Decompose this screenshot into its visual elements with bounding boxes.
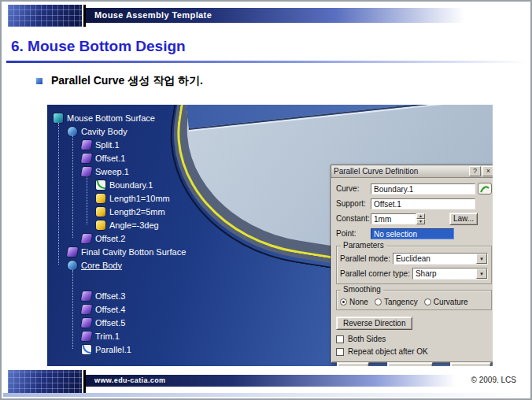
dialog-body: Curve: Boundary.1 Support: Offset.1 Cons… xyxy=(331,178,493,366)
offset-icon xyxy=(81,318,92,328)
both-sides-row[interactable]: Both Sides xyxy=(336,333,492,345)
parameters-group-label: Parameters xyxy=(341,242,386,250)
cancel-button[interactable]: Cancel xyxy=(387,362,433,366)
ok-button[interactable]: OK xyxy=(337,362,369,366)
bottom-edge-ornament xyxy=(3,393,529,397)
tree-item-label: Mouse Bottom Surface xyxy=(67,113,155,123)
smoothing-option-none[interactable]: None xyxy=(340,298,368,306)
point-row: Point: No selection xyxy=(336,227,492,240)
footer-banner: www.edu-catia.com xyxy=(86,375,456,387)
parallel-curve-dialog: Parallel Curve Definition ? × Curve: Bou… xyxy=(331,165,493,363)
tree-item[interactable]: Offset.3 xyxy=(52,289,217,302)
tree-item[interactable]: Boundary.1 xyxy=(52,178,217,191)
tree-item-label: Offset.2 xyxy=(95,234,125,243)
tree-item[interactable]: Sweep.1 xyxy=(52,165,217,178)
tree-item[interactable]: Mouse Bottom Surface xyxy=(52,111,217,124)
both-sides-checkbox[interactable] xyxy=(336,335,344,343)
constant-label: Constant: xyxy=(336,214,371,223)
repeat-row[interactable]: Repeat object after OK xyxy=(336,346,492,357)
curve-field[interactable]: Boundary.1 xyxy=(371,183,475,194)
tree-item[interactable]: Final Cavity Botton Surface xyxy=(52,245,217,258)
tree-item[interactable]: Offset.2 xyxy=(52,231,217,245)
tree-connector xyxy=(72,135,73,238)
smoothing-option-curvature[interactable]: Curvature xyxy=(424,298,468,306)
tree-item[interactable]: Offset.5 xyxy=(52,316,217,329)
tree-item[interactable]: Core Body xyxy=(52,258,217,272)
smoothing-option-tangency[interactable]: Tangency xyxy=(375,298,418,306)
tree-item-label: Final Cavity Botton Surface xyxy=(81,247,186,257)
tree-item-label: Trim.1 xyxy=(95,331,120,341)
length-parameter-icon xyxy=(96,207,105,217)
corner-type-select[interactable]: Sharp ▾ xyxy=(412,268,488,280)
point-field[interactable]: No selection xyxy=(371,228,454,239)
spinner-up-icon[interactable]: ▴ xyxy=(416,213,425,219)
help-button[interactable]: ? xyxy=(469,166,481,176)
tree-item-label: Cavity Body xyxy=(81,127,127,136)
body-icon xyxy=(68,261,77,270)
parallel-mode-value: Euclidean xyxy=(393,254,476,264)
tree-item[interactable]: Length2=5mm xyxy=(52,205,217,218)
bullet-item: Parallel Curve 생성 작업 하기. xyxy=(36,74,203,88)
smoothing-group-label: Smoothing xyxy=(341,286,383,294)
reverse-direction-button[interactable]: Reverse Direction xyxy=(336,317,412,330)
slide: Mouse Assembly Template 6. Mouse Bottom … xyxy=(0,0,532,400)
header-ornament xyxy=(8,5,82,27)
radio-selected-icon xyxy=(340,298,347,306)
radio-icon xyxy=(375,298,382,306)
chevron-down-icon[interactable]: ▾ xyxy=(476,254,487,264)
surface-icon xyxy=(67,247,78,257)
curve-row: Curve: Boundary.1 xyxy=(336,182,492,195)
repeat-checkbox[interactable] xyxy=(336,348,344,356)
parallel-mode-select[interactable]: Euclidean ▾ xyxy=(393,253,488,265)
sweep-icon xyxy=(81,167,92,176)
preview-button[interactable]: Preview xyxy=(450,362,491,366)
corner-type-value: Sharp xyxy=(413,269,476,279)
close-button[interactable]: × xyxy=(482,166,493,176)
smoothing-option-label: Curvature xyxy=(434,298,468,306)
offset-icon xyxy=(81,291,92,301)
smoothing-option-label: Tangency xyxy=(384,298,418,306)
footer-ornament xyxy=(8,370,82,394)
preview-label: Preview xyxy=(456,365,485,367)
part-icon xyxy=(54,113,63,123)
both-sides-label: Both Sides xyxy=(348,335,386,343)
tree-item-label: Boundary.1 xyxy=(109,180,153,190)
support-field[interactable]: Offset.1 xyxy=(371,198,475,209)
split-icon xyxy=(81,140,92,150)
tree-item[interactable]: Parallel.1 xyxy=(52,343,217,356)
corner-type-row: Parallel corner type: Sharp ▾ xyxy=(340,267,488,280)
tree-item[interactable]: Angle=-3deg xyxy=(52,218,217,231)
tree-item[interactable]: Offset.1 xyxy=(52,151,217,165)
constant-field[interactable]: 1mm xyxy=(371,213,416,224)
smoothing-group: Smoothing None Tangency Curvature xyxy=(336,290,492,310)
title-rule xyxy=(6,61,527,63)
tree-item[interactable]: Cavity Body xyxy=(52,124,217,138)
tree-item[interactable]: Length1=10mm xyxy=(52,191,217,205)
ok-label: OK xyxy=(352,365,363,367)
tree-connector xyxy=(72,270,73,349)
bullet-text-ko: 생성 작업 하기. xyxy=(124,74,203,87)
tree-item-label: Offset.5 xyxy=(95,318,125,328)
constant-spinner: ▴ ▾ xyxy=(416,213,425,224)
tree-item[interactable]: Split.1 xyxy=(52,138,217,151)
dialog-titlebar[interactable]: Parallel Curve Definition ? × xyxy=(331,165,493,178)
tree-item-label: Angle=-3deg xyxy=(109,220,159,230)
bullet-text: Parallel Curve 생성 작업 하기. xyxy=(51,74,203,88)
radio-icon xyxy=(424,298,431,306)
copyright-text: © 2009. LCS xyxy=(471,376,516,384)
tree-item[interactable]: Offset.4 xyxy=(52,302,217,316)
tree-item-label: Sweep.1 xyxy=(95,167,129,176)
dialog-title: Parallel Curve Definition xyxy=(334,167,467,176)
offset-icon xyxy=(81,305,92,314)
boundary-icon xyxy=(96,180,105,190)
tree-item-label: Offset.3 xyxy=(95,291,125,301)
spinner-down-icon[interactable]: ▾ xyxy=(416,219,425,224)
header-banner: Mouse Assembly Template xyxy=(86,8,489,23)
catia-screenshot: Mouse Bottom Surface Cavity Body Split.1… xyxy=(47,105,493,366)
tree-connector xyxy=(87,176,87,224)
support-row: Support: Offset.1 xyxy=(336,197,492,210)
law-button[interactable]: Law... xyxy=(449,213,478,225)
parallel-mode-label: Parallel mode: xyxy=(340,254,390,263)
chevron-down-icon[interactable]: ▾ xyxy=(476,269,487,279)
tree-item[interactable]: Trim.1 xyxy=(52,329,217,343)
